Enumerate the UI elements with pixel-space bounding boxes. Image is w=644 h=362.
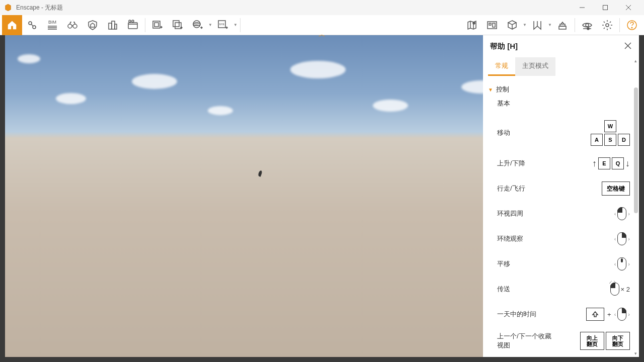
svg-point-31: [473, 22, 475, 24]
minimap-button[interactable]: [462, 15, 482, 35]
svg-point-10: [68, 24, 72, 28]
bim-button[interactable]: BIM: [42, 15, 62, 35]
key-a: A: [591, 134, 603, 146]
key-pageup: 向上 翻页: [580, 332, 604, 350]
link-views-button[interactable]: [22, 15, 42, 35]
row-orbit: 环绕观察 ‹ ›: [488, 226, 630, 251]
upload-button[interactable]: [552, 15, 573, 35]
scrollbar-thumb[interactable]: [634, 87, 638, 213]
toolbar-right: ▼ ▼: [462, 15, 642, 35]
toolbar-separator: [619, 18, 620, 32]
window-controls: [571, 0, 640, 15]
row-move: 移动 W A S D: [488, 115, 630, 151]
key-d: D: [618, 134, 630, 146]
scene-object: [258, 170, 263, 176]
help-button[interactable]: [622, 15, 642, 35]
svg-point-43: [631, 27, 632, 28]
row-teleport: 传送 ⟋⟍ × 2: [488, 277, 630, 302]
arrow-up-icon: ↑: [592, 158, 597, 169]
svg-rect-1: [603, 6, 608, 10]
asset-library-button[interactable]: [103, 15, 123, 35]
mouse-left-icon: [617, 207, 626, 220]
row-pan: 平移 ‹ ›: [488, 251, 630, 277]
help-close-button[interactable]: [624, 41, 632, 52]
key-pagedown: 向下 翻页: [606, 332, 630, 350]
screenshot-button[interactable]: [147, 15, 168, 35]
row-updown: 上升/下降 ↑ E Q ↓: [488, 151, 630, 176]
svg-rect-16: [128, 23, 137, 29]
binoculars-button[interactable]: [62, 15, 83, 35]
svg-point-40: [587, 28, 589, 30]
toolbar-separator: [240, 18, 240, 32]
tab-general[interactable]: 常规: [488, 57, 515, 76]
svg-point-19: [132, 20, 134, 22]
scroll-down-icon[interactable]: ▾: [633, 351, 638, 356]
row-lookaround: 环视四周 ‹ ›: [488, 201, 630, 226]
help-tabs: 常规 主页模式: [483, 57, 639, 76]
svg-rect-36: [559, 26, 566, 29]
title-text: Enscape - 无标题: [16, 4, 63, 12]
mouse-doubleclick-icon: [610, 283, 619, 296]
exe-dropdown[interactable]: ▼: [233, 23, 238, 27]
key-q: Q: [612, 157, 624, 169]
help-scrollbar[interactable]: ▴ ▾: [633, 57, 639, 357]
panorama-button[interactable]: 360°: [188, 15, 208, 35]
visual-settings-button[interactable]: [577, 15, 597, 35]
key-space: 空格键: [602, 182, 630, 196]
svg-rect-13: [109, 23, 112, 29]
tab-homepage-mode[interactable]: 主页模式: [515, 57, 555, 76]
subsection-basic: 基本: [497, 99, 630, 108]
assets-button[interactable]: [502, 15, 522, 35]
home-button[interactable]: [2, 15, 22, 35]
toolbar-separator: [575, 18, 575, 32]
views-button[interactable]: [527, 15, 547, 35]
svg-rect-34: [493, 23, 495, 27]
maximize-button[interactable]: [594, 0, 617, 15]
section-controls[interactable]: ▼ 控制: [488, 85, 630, 94]
svg-rect-37: [560, 24, 565, 26]
minimize-button[interactable]: [571, 0, 594, 15]
key-s: S: [604, 134, 616, 146]
mouse-middle-icon: [617, 257, 626, 270]
arrow-down-icon: ↓: [625, 158, 630, 169]
settings-button[interactable]: [597, 15, 617, 35]
mouse-right-icon: [617, 232, 626, 245]
help-header: 帮助 [H]: [483, 35, 639, 57]
help-panel: 帮助 [H] 常规 主页模式 ▼ 控制 基本 移动 W A S D: [483, 35, 639, 357]
exe-export-button[interactable]: EXE: [213, 15, 233, 35]
titlebar-left: Enscape - 无标题: [4, 4, 63, 12]
close-button[interactable]: [617, 0, 640, 15]
svg-point-38: [586, 24, 589, 27]
app-logo-icon: [4, 4, 12, 12]
svg-rect-15: [115, 24, 117, 29]
row-walkfly: 行走/飞行 空格键: [488, 176, 630, 201]
views-dropdown[interactable]: ▼: [547, 23, 552, 27]
svg-rect-20: [153, 21, 160, 28]
svg-line-6: [31, 24, 33, 26]
svg-text:EXE: EXE: [219, 23, 225, 26]
svg-point-41: [606, 24, 609, 27]
scroll-up-icon[interactable]: ▴: [633, 58, 638, 63]
safe-frame-button[interactable]: [83, 15, 103, 35]
help-title: 帮助 [H]: [490, 42, 518, 51]
row-timeofday: 一天中的时间 + ‹ ›: [488, 302, 630, 327]
gallery-button[interactable]: [482, 15, 502, 35]
key-shift: [586, 308, 604, 321]
row-prevnext-view: 上一个/下一个收藏视图 向上 翻页 向下 翻页: [488, 327, 630, 355]
toolbar-separator: [145, 18, 145, 32]
mouse-right-icon: [617, 308, 626, 321]
assets-dropdown[interactable]: ▼: [522, 23, 527, 27]
svg-point-18: [129, 20, 131, 22]
expand-chevron-icon[interactable]: ︿: [318, 30, 326, 39]
svg-rect-22: [173, 21, 179, 27]
svg-rect-33: [489, 23, 491, 25]
panorama-dropdown[interactable]: ▼: [208, 23, 213, 27]
svg-rect-14: [112, 21, 115, 29]
toolbar-left: BIM 360° ▼ EXE ▼: [2, 15, 243, 35]
help-body: ▼ 控制 基本 移动 W A S D 上升/下降 ↑: [483, 76, 639, 357]
key-e: E: [598, 157, 610, 169]
batch-render-button[interactable]: [168, 15, 188, 35]
svg-rect-21: [154, 23, 158, 27]
video-button[interactable]: [123, 15, 143, 35]
titlebar: Enscape - 无标题: [0, 0, 644, 15]
